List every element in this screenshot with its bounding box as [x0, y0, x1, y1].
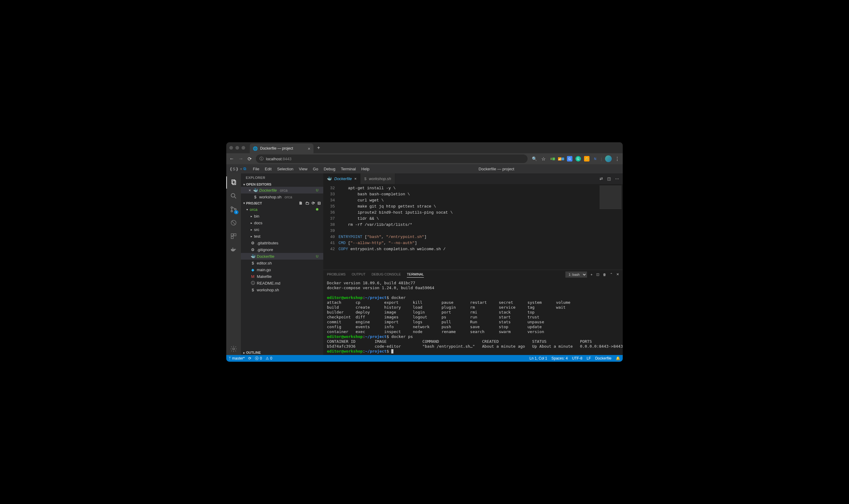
settings-activity[interactable]	[226, 343, 241, 355]
scm-activity[interactable]: 1	[226, 203, 241, 215]
terminal-selector[interactable]: 1: bash	[566, 271, 587, 277]
extension-icon[interactable]: G	[575, 156, 581, 162]
folder-test[interactable]: ▸test	[241, 233, 323, 239]
editor-tab-workshop-sh[interactable]: $workshop.sh	[361, 174, 395, 184]
eol-status[interactable]: LF	[587, 356, 591, 360]
menu-view[interactable]: View	[296, 165, 310, 173]
close-tab-icon[interactable]: ×	[354, 176, 357, 181]
outline-header[interactable]: ▸ OUTLINE	[241, 350, 323, 355]
new-tab-button[interactable]: +	[317, 145, 320, 151]
refresh-icon[interactable]: ⟳	[312, 201, 315, 205]
reload-button[interactable]: ⟳	[248, 156, 252, 162]
split-terminal-icon[interactable]: ◫	[596, 272, 599, 276]
close-icon[interactable]: ×	[248, 188, 251, 193]
explorer-sidebar: EXPLORER ▾ OPEN EDITORS ×🐳Dockerfileorca…	[241, 174, 323, 355]
file-icon: 🐳	[253, 188, 257, 193]
menu-terminal[interactable]: Terminal	[339, 165, 358, 173]
profile-avatar[interactable]	[605, 156, 612, 162]
maximize-panel-icon[interactable]: ⌃	[610, 272, 613, 276]
editor-tab-Dockerfile[interactable]: 🐳Dockerfile×	[323, 174, 361, 184]
file-Makefile[interactable]: MMakefile	[241, 273, 323, 280]
search-activity[interactable]	[226, 190, 241, 202]
close-tab-icon[interactable]: ×	[308, 146, 310, 151]
explorer-title: EXPLORER	[241, 174, 323, 182]
kill-terminal-icon[interactable]: 🗑	[603, 273, 606, 276]
menu-file[interactable]: File	[250, 165, 262, 173]
errors-status[interactable]: ⓧ 0	[255, 356, 262, 361]
svg-rect-11	[231, 236, 233, 239]
project-header[interactable]: ▾ PROJECT 🗎 🗀 ⟳ ⊟	[241, 200, 323, 206]
collapse-icon[interactable]: ⊟	[317, 201, 321, 205]
zoom-icon[interactable]: 🔍	[532, 156, 537, 161]
warnings-status[interactable]: ⚠ 0	[266, 356, 272, 360]
back-button[interactable]: ←	[229, 156, 234, 162]
menu-go[interactable]: Go	[310, 165, 320, 173]
open-editor-item[interactable]: ×🐳DockerfileorcaU	[241, 187, 323, 194]
file-editor-sh[interactable]: $editor.sh	[241, 259, 323, 266]
language-status[interactable]: Dockerfile	[595, 356, 611, 360]
window-title: Dockerfile — project	[373, 167, 620, 171]
file-Dockerfile[interactable]: 🐳DockerfileU	[241, 253, 323, 259]
extension-icon[interactable]: ⬇2	[550, 156, 555, 162]
branch-status[interactable]: ᛘ master*	[229, 356, 245, 360]
editor-group: 🐳Dockerfile×$workshop.sh ⇄ ◫ ⋯ 32 33 34 …	[323, 174, 623, 355]
file-icon: ⓘ	[251, 280, 255, 286]
debug-activity[interactable]	[226, 217, 241, 229]
file--gitignore[interactable]: ⚙.gitignore	[241, 246, 323, 253]
more-icon[interactable]: ⋯	[615, 176, 619, 181]
address-bar[interactable]: ⓘ localhost:8443	[256, 155, 527, 163]
menu-edit[interactable]: Edit	[262, 165, 274, 173]
new-folder-icon[interactable]: 🗀	[305, 201, 309, 205]
file-main-go[interactable]: ◆main.go	[241, 266, 323, 273]
file--gitattributes[interactable]: ⚙.gitattributes	[241, 239, 323, 246]
new-file-icon[interactable]: 🗎	[299, 201, 303, 205]
code-editor[interactable]: 32 33 34 35 36 37 38 39 40 41 42 apt-get…	[323, 184, 623, 270]
open-editors-header[interactable]: ▾ OPEN EDITORS	[241, 182, 323, 187]
file-README-md[interactable]: ⓘREADME.md	[241, 280, 323, 286]
new-terminal-icon[interactable]: +	[591, 273, 592, 276]
sync-status[interactable]: ⟳	[248, 356, 251, 360]
browser-tab[interactable]: 🌐 Dockerfile — project ×	[250, 144, 313, 153]
compare-icon[interactable]: ⇄	[600, 176, 603, 181]
close-window-icon[interactable]	[229, 146, 233, 150]
extension-icon[interactable]: 😊	[584, 156, 589, 162]
indent-status[interactable]: Spaces: 4	[551, 356, 568, 360]
code-content[interactable]: apt-get install -y \ bash bash-completio…	[339, 184, 598, 270]
folder-bin[interactable]: ▸bin	[241, 213, 323, 219]
app-logo: ❴S❵+⧉	[229, 166, 246, 171]
maximize-window-icon[interactable]	[242, 146, 245, 150]
menu-icon[interactable]: ⋮	[615, 156, 620, 162]
minimap[interactable]	[598, 184, 623, 270]
docker-activity[interactable]	[226, 244, 241, 256]
file-workshop-sh[interactable]: $workshop.sh	[241, 286, 323, 293]
open-editor-item[interactable]: $workshop.shorca	[241, 194, 323, 200]
cursor-position[interactable]: Ln 1, Col 1	[530, 356, 547, 360]
folder-src[interactable]: ▸src	[241, 226, 323, 233]
panel-tab-debug-console[interactable]: DEBUG CONSOLE	[371, 271, 401, 277]
bookmark-icon[interactable]: ☆	[541, 156, 545, 162]
close-panel-icon[interactable]: ✕	[616, 272, 619, 276]
window-controls[interactable]	[229, 146, 245, 150]
menu-help[interactable]: Help	[359, 165, 372, 173]
folder-docs[interactable]: ▸docs	[241, 219, 323, 226]
split-icon[interactable]: ◫	[607, 176, 611, 181]
folder-orca[interactable]: ▾ orca	[241, 206, 323, 213]
encoding-status[interactable]: UTF-8	[572, 356, 583, 360]
menu-selection[interactable]: Selection	[275, 165, 296, 173]
site-info-icon[interactable]: ⓘ	[260, 156, 263, 162]
panel-tab-output[interactable]: OUTPUT	[352, 271, 365, 277]
extension-icon[interactable]: 📶6	[558, 156, 564, 162]
terminal-output[interactable]: Docker version 18.09.6, build 481bc77 do…	[323, 279, 623, 355]
extension-icon[interactable]: G	[567, 156, 572, 162]
panel-tab-terminal[interactable]: TERMINAL	[407, 271, 424, 277]
explorer-activity[interactable]	[226, 176, 241, 188]
notifications-icon[interactable]: 🔔	[616, 356, 620, 360]
globe-icon: 🌐	[253, 146, 258, 151]
forward-button[interactable]: →	[239, 156, 243, 162]
extension-icon[interactable]: N	[592, 156, 598, 162]
panel-tab-problems[interactable]: PROBLEMS	[327, 271, 346, 277]
minimize-window-icon[interactable]	[236, 146, 239, 150]
extensions-activity[interactable]	[226, 230, 241, 242]
menu-debug[interactable]: Debug	[321, 165, 337, 173]
file-icon: ⚙	[251, 248, 255, 252]
